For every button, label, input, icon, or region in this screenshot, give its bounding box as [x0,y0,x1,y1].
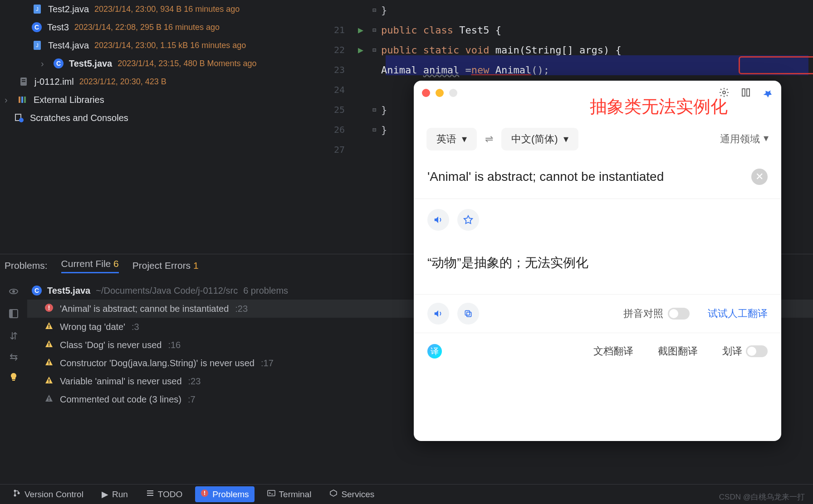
toolbar-run[interactable]: ▶Run [96,486,133,502]
toolbar-vc[interactable]: Version Control [7,486,89,502]
tgt-lang-select[interactable]: 中文(简体) ▾ [501,128,578,150]
scratches-consoles[interactable]: Scratches and Consoles [0,109,327,127]
svg-rect-5 [22,79,25,80]
svg-rect-6 [22,81,25,82]
svg-rect-34 [465,310,470,315]
warn-severity-icon [44,376,54,387]
toolbar-services[interactable]: Services [324,486,380,502]
tab-project-errors[interactable]: Project Errors 1 [132,260,199,271]
java-file-icon: J [32,40,43,51]
code-content[interactable]: } [381,5,813,16]
line-number: 22 [327,44,354,55]
file-iml[interactable]: j-0112.iml 2023/1/12, 20:30, 423 B [0,73,327,91]
translator-popup: 英语 ▾ ⇌ 中文(简体) ▾ 通用领域 ▾ 'Animal' is abstr… [414,81,781,441]
code-content[interactable]: public static void main(String[] args) { [381,44,813,56]
problems-label: Problems: [5,260,48,271]
hover-translate-toggle[interactable]: 划译 [722,344,768,358]
svg-rect-16 [12,380,15,381]
file-name: Test3 [47,22,69,33]
code-line[interactable]: 22▶⊟ public static void main(String[] ar… [327,40,813,60]
problem-location: :17 [261,358,274,368]
translator-logo-icon: 译 [427,344,442,359]
try-human-link[interactable]: 试试人工翻译 [708,307,768,320]
speak-source-icon[interactable] [427,209,449,231]
code-line[interactable]: ⊟} [327,0,813,20]
file-name: Test2.java [48,4,89,15]
problem-location: :23 [188,376,201,387]
layout-icon[interactable] [9,309,19,321]
maximize-window-icon[interactable] [449,89,457,97]
code-line[interactable]: 23 Animal animal =new Animal(); [327,60,813,80]
code-content[interactable]: public class Test5 { [381,24,813,36]
minimize-window-icon[interactable] [436,89,444,97]
line-number: 25 [327,104,354,115]
swap-languages-icon[interactable]: ⇌ [485,133,493,145]
close-window-icon[interactable] [422,89,430,97]
annotation-text: 抽象类无法实例化 [590,95,801,118]
class-icon: C [32,22,42,32]
clear-text-icon[interactable]: ✕ [751,169,768,185]
copy-translation-icon[interactable] [457,303,479,325]
favorite-icon[interactable] [457,209,479,231]
svg-rect-27 [49,382,49,383]
external-libraries[interactable]: › External Libraries [0,91,327,109]
toggle-switch[interactable] [668,308,690,320]
fold-gutter-icon[interactable]: ⊟ [367,6,381,14]
svg-text:J: J [36,6,39,12]
svg-point-11 [19,118,24,122]
toolbar-problems[interactable]: Problems [195,486,254,502]
chevron-down-icon: ▾ [462,133,467,145]
intention-bulb-icon[interactable] [9,372,19,385]
toolbar-terminal[interactable]: Terminal [262,486,317,502]
project-tree[interactable]: J Test2.java 2023/1/14, 23:00, 934 B 16 … [0,0,327,254]
code-line[interactable]: 21▶⊟public class Test5 { [327,20,813,40]
speak-translation-icon[interactable] [427,303,449,325]
problem-text: 'Animal' is abstract; cannot be instanti… [60,304,229,314]
fold-gutter-icon[interactable]: ⊟ [367,26,381,34]
svg-rect-43 [204,494,205,495]
run-gutter-icon[interactable]: ▶ [354,44,367,55]
svg-rect-42 [204,491,205,494]
file-test5[interactable]: › C Test5.java 2023/1/14, 23:15, 480 B M… [0,54,327,73]
weak-severity-icon [44,394,54,405]
source-text[interactable]: 'Animal' is abstract; cannot be instanti… [427,170,742,184]
problem-text: Variable 'animal' is never used [60,376,182,387]
collapse-all-icon[interactable]: ⇆ [10,351,18,363]
expand-all-icon[interactable]: ⇵ [10,330,18,342]
view-icon[interactable] [8,286,19,300]
toolbar-todo[interactable]: TODO [141,486,188,502]
bottom-toolbar: Version Control▶RunTODOProblemsTerminalS… [0,484,813,504]
warn-severity-icon [44,358,54,369]
svg-text:J: J [36,43,39,48]
fold-gutter-icon[interactable]: ⊟ [367,126,381,133]
warn-severity-icon [44,339,54,351]
src-lang-select[interactable]: 英语 ▾ [426,128,477,150]
file-test3[interactable]: C Test3 2023/1/14, 22:08, 295 B 16 minut… [0,18,327,36]
toggle-switch[interactable] [746,345,768,357]
code-content[interactable]: Animal animal =new Animal(); [381,64,813,76]
run-gutter-icon[interactable]: ▶ [354,24,367,35]
expand-arrow-icon[interactable]: › [41,58,48,69]
doc-translate-link[interactable]: 文档翻译 [593,344,633,358]
file-test4[interactable]: J Test4.java 2023/1/14, 23:00, 1.15 kB 1… [0,36,327,54]
label: Scratches and Consoles [30,113,128,123]
domain-select[interactable]: 通用领域 ▾ [720,132,769,146]
problem-location: :3 [132,322,139,332]
file-test2[interactable]: J Test2.java 2023/1/14, 23:00, 934 B 16 … [0,0,327,18]
expand-arrow-icon[interactable]: › [5,95,12,105]
err-severity-icon [44,303,54,315]
problem-text: Wrong tag 'date' [60,322,125,332]
screenshot-translate-link[interactable]: 截图翻译 [658,344,698,358]
fold-gutter-icon[interactable]: ⊟ [367,106,381,113]
fold-gutter-icon[interactable]: ⊟ [367,46,381,53]
svg-rect-9 [24,97,26,103]
svg-rect-33 [467,312,471,317]
line-number: 21 [327,24,354,35]
language-selector-row: 英语 ▾ ⇌ 中文(简体) ▾ 通用领域 ▾ [414,128,781,150]
file-meta: 2023/1/14, 23:00, 934 B 16 minutes ago [94,5,240,14]
svg-point-13 [13,291,15,292]
tab-current-file[interactable]: Current File 6 [61,258,119,273]
svg-rect-22 [49,343,49,345]
pinyin-toggle[interactable]: 拼音对照 [623,307,690,320]
problem-text: Commented out code (3 lines) [60,394,181,405]
